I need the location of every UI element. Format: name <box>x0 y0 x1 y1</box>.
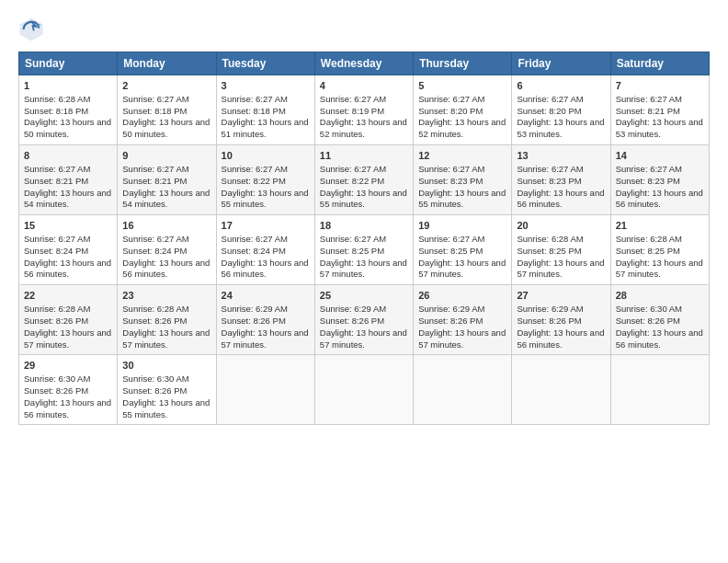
sunset-text: Sunset: 8:24 PM <box>222 246 286 256</box>
day-number: 20 <box>517 219 605 233</box>
daylight-text: Daylight: 13 hours and 57 minutes. <box>320 327 407 350</box>
calendar-cell: 5Sunrise: 6:27 AMSunset: 8:20 PMDaylight… <box>414 75 512 145</box>
sunset-text: Sunset: 8:21 PM <box>24 176 88 186</box>
calendar-week-5: 29Sunrise: 6:30 AMSunset: 8:26 PMDayligh… <box>19 355 710 425</box>
sunrise-text: Sunrise: 6:27 AM <box>616 164 682 174</box>
calendar-cell <box>216 355 314 425</box>
daylight-text: Daylight: 13 hours and 53 minutes. <box>616 117 703 139</box>
sunrise-text: Sunrise: 6:27 AM <box>222 234 288 244</box>
daylight-text: Daylight: 13 hours and 54 minutes. <box>122 188 210 210</box>
calendar-table: SundayMondayTuesdayWednesdayThursdayFrid… <box>18 52 710 425</box>
sunset-text: Sunset: 8:24 PM <box>24 246 88 256</box>
day-number: 27 <box>517 289 605 303</box>
calendar-cell: 7Sunrise: 6:27 AMSunset: 8:21 PMDaylight… <box>610 75 709 145</box>
day-number: 15 <box>24 219 112 233</box>
day-number: 8 <box>24 149 112 163</box>
day-number: 25 <box>320 289 408 303</box>
calendar-cell: 20Sunrise: 6:28 AMSunset: 8:25 PMDayligh… <box>512 215 610 285</box>
day-header-saturday: Saturday <box>610 52 709 75</box>
calendar-cell: 26Sunrise: 6:29 AMSunset: 8:26 PMDayligh… <box>414 285 512 355</box>
calendar-cell: 6Sunrise: 6:27 AMSunset: 8:20 PMDaylight… <box>512 75 610 145</box>
daylight-text: Daylight: 13 hours and 55 minutes. <box>320 188 407 210</box>
day-number: 18 <box>320 219 408 233</box>
sunset-text: Sunset: 8:26 PM <box>418 316 483 326</box>
sunset-text: Sunset: 8:20 PM <box>517 106 581 116</box>
daylight-text: Daylight: 13 hours and 57 minutes. <box>418 258 506 280</box>
sunset-text: Sunset: 8:23 PM <box>418 176 483 186</box>
sunrise-text: Sunrise: 6:27 AM <box>517 94 583 104</box>
calendar-cell: 12Sunrise: 6:27 AMSunset: 8:23 PMDayligh… <box>414 145 512 215</box>
sunset-text: Sunset: 8:23 PM <box>517 176 581 186</box>
sunrise-text: Sunrise: 6:29 AM <box>517 304 583 314</box>
day-number: 21 <box>616 219 704 233</box>
sunrise-text: Sunrise: 6:30 AM <box>122 373 188 384</box>
sunrise-text: Sunrise: 6:27 AM <box>222 94 288 104</box>
sunrise-text: Sunrise: 6:30 AM <box>24 373 90 384</box>
day-header-tuesday: Tuesday <box>216 52 314 75</box>
calendar-cell: 3Sunrise: 6:27 AMSunset: 8:18 PMDaylight… <box>216 75 314 145</box>
day-number: 23 <box>122 289 210 303</box>
daylight-text: Daylight: 13 hours and 52 minutes. <box>418 117 506 139</box>
sunrise-text: Sunrise: 6:27 AM <box>616 94 682 104</box>
calendar-week-1: 1Sunrise: 6:28 AMSunset: 8:18 PMDaylight… <box>19 75 710 145</box>
daylight-text: Daylight: 13 hours and 55 minutes. <box>222 188 309 210</box>
calendar-cell <box>314 355 413 425</box>
sunrise-text: Sunrise: 6:28 AM <box>616 234 682 244</box>
daylight-text: Daylight: 13 hours and 57 minutes. <box>418 327 506 350</box>
calendar-cell: 30Sunrise: 6:30 AMSunset: 8:26 PMDayligh… <box>118 355 216 425</box>
daylight-text: Daylight: 13 hours and 57 minutes. <box>222 327 309 350</box>
sunset-text: Sunset: 8:18 PM <box>122 106 187 116</box>
daylight-text: Daylight: 13 hours and 55 minutes. <box>418 188 506 210</box>
day-number: 28 <box>616 289 704 303</box>
calendar-cell: 2Sunrise: 6:27 AMSunset: 8:18 PMDaylight… <box>118 75 216 145</box>
sunrise-text: Sunrise: 6:27 AM <box>122 94 188 104</box>
header <box>18 17 710 42</box>
daylight-text: Daylight: 13 hours and 54 minutes. <box>24 188 111 210</box>
calendar-cell: 22Sunrise: 6:28 AMSunset: 8:26 PMDayligh… <box>19 285 118 355</box>
daylight-text: Daylight: 13 hours and 55 minutes. <box>122 397 210 419</box>
daylight-text: Daylight: 13 hours and 57 minutes. <box>616 258 703 280</box>
daylight-text: Daylight: 13 hours and 57 minutes. <box>122 327 210 350</box>
sunset-text: Sunset: 8:26 PM <box>320 316 384 326</box>
calendar-cell: 4Sunrise: 6:27 AMSunset: 8:19 PMDaylight… <box>314 75 413 145</box>
calendar-cell: 28Sunrise: 6:30 AMSunset: 8:26 PMDayligh… <box>610 285 709 355</box>
daylight-text: Daylight: 13 hours and 56 minutes. <box>24 258 111 280</box>
sunset-text: Sunset: 8:26 PM <box>616 316 680 326</box>
sunset-text: Sunset: 8:22 PM <box>222 176 286 186</box>
daylight-text: Daylight: 13 hours and 50 minutes. <box>24 117 111 139</box>
day-number: 12 <box>418 149 506 163</box>
day-number: 4 <box>320 79 408 93</box>
sunset-text: Sunset: 8:25 PM <box>320 246 384 256</box>
calendar-cell: 18Sunrise: 6:27 AMSunset: 8:25 PMDayligh… <box>314 215 413 285</box>
calendar-cell: 21Sunrise: 6:28 AMSunset: 8:25 PMDayligh… <box>610 215 709 285</box>
calendar-cell <box>414 355 512 425</box>
sunrise-text: Sunrise: 6:28 AM <box>517 234 583 244</box>
daylight-text: Daylight: 13 hours and 50 minutes. <box>122 117 210 139</box>
calendar-cell: 15Sunrise: 6:27 AMSunset: 8:24 PMDayligh… <box>19 215 118 285</box>
sunset-text: Sunset: 8:25 PM <box>517 246 581 256</box>
calendar-cell: 10Sunrise: 6:27 AMSunset: 8:22 PMDayligh… <box>216 145 314 215</box>
calendar-cell: 24Sunrise: 6:29 AMSunset: 8:26 PMDayligh… <box>216 285 314 355</box>
day-number: 9 <box>122 149 210 163</box>
calendar-cell: 13Sunrise: 6:27 AMSunset: 8:23 PMDayligh… <box>512 145 610 215</box>
sunrise-text: Sunrise: 6:27 AM <box>418 234 484 244</box>
day-number: 19 <box>418 219 506 233</box>
sunrise-text: Sunrise: 6:27 AM <box>320 234 386 244</box>
daylight-text: Daylight: 13 hours and 57 minutes. <box>24 327 111 350</box>
sunset-text: Sunset: 8:26 PM <box>24 316 88 326</box>
day-header-monday: Monday <box>118 52 216 75</box>
sunset-text: Sunset: 8:22 PM <box>320 176 384 186</box>
calendar-week-2: 8Sunrise: 6:27 AMSunset: 8:21 PMDaylight… <box>19 145 710 215</box>
calendar-cell: 11Sunrise: 6:27 AMSunset: 8:22 PMDayligh… <box>314 145 413 215</box>
sunset-text: Sunset: 8:25 PM <box>418 246 483 256</box>
sunset-text: Sunset: 8:23 PM <box>616 176 680 186</box>
calendar-header-row: SundayMondayTuesdayWednesdayThursdayFrid… <box>19 52 710 75</box>
day-number: 26 <box>418 289 506 303</box>
day-number: 11 <box>320 149 408 163</box>
calendar-cell: 9Sunrise: 6:27 AMSunset: 8:21 PMDaylight… <box>118 145 216 215</box>
calendar-cell <box>610 355 709 425</box>
sunrise-text: Sunrise: 6:27 AM <box>122 234 188 244</box>
daylight-text: Daylight: 13 hours and 57 minutes. <box>517 258 604 280</box>
daylight-text: Daylight: 13 hours and 56 minutes. <box>616 188 703 210</box>
sunset-text: Sunset: 8:25 PM <box>616 246 680 256</box>
